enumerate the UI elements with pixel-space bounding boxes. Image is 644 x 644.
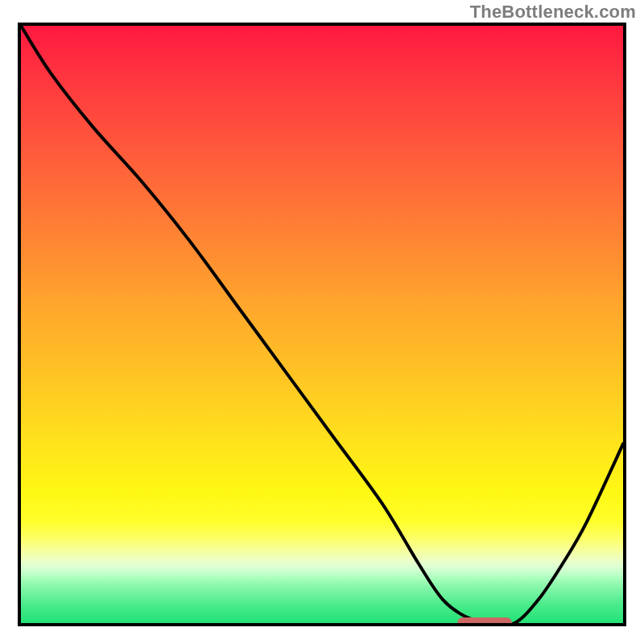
watermark-text: TheBottleneck.com [470,2,636,23]
optimal-point-marker [457,617,511,626]
bottleneck-curve-svg [21,26,623,623]
chart-area [18,23,626,626]
bottleneck-curve-path [21,26,623,623]
